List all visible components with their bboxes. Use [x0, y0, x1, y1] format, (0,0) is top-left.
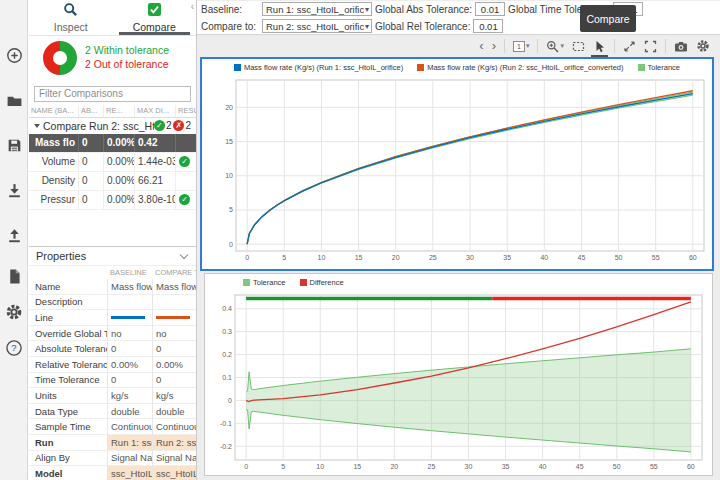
signal-row[interactable]: Density00.00%66.21✗	[29, 172, 196, 191]
filter-comparisons-input[interactable]	[34, 86, 191, 102]
baseline-select[interactable]: Run 1: ssc_HtoIL_orifice ▾	[262, 2, 372, 16]
svg-text:0: 0	[228, 397, 232, 404]
comparison-group-row[interactable]: Compare Run 2: ssc_HtoIL_orific... ✓ 2 ✗…	[29, 118, 196, 134]
baseline-label: Baseline:	[201, 4, 259, 15]
properties-column-header: BASELINE COMPARE TO	[29, 266, 196, 279]
plot-settings-gear-icon[interactable]	[696, 39, 710, 53]
fit-to-view-icon[interactable]	[572, 40, 585, 53]
svg-text:10: 10	[318, 254, 326, 261]
open-folder-button[interactable]	[0, 86, 28, 114]
baseline-select-value: Run 1: ssc_HtoIL_orifice	[266, 4, 364, 15]
svg-text:25: 25	[428, 463, 436, 470]
properties-title: Properties	[36, 250, 86, 262]
svg-text:60: 60	[689, 254, 697, 261]
property-row: Align BySignal NameSignal Name	[29, 451, 196, 467]
svg-text:30: 30	[465, 463, 473, 470]
signal-row[interactable]: Mass flo00.00%0.42✗	[29, 134, 196, 153]
save-button[interactable]	[0, 131, 28, 159]
properties-panel: Properties BASELINE COMPARE TO NameMass …	[29, 246, 196, 480]
property-row: Relative Tolerance0.00%0.00%	[29, 357, 196, 373]
difference-chart-legend: ToleranceDifference	[205, 274, 712, 291]
compare-check-icon	[147, 2, 162, 19]
svg-text:20: 20	[392, 254, 400, 261]
snapshot-camera-icon[interactable]	[674, 40, 688, 53]
svg-text:-0.2: -0.2	[220, 443, 232, 450]
signals-plot-area[interactable]: 05101520253035404550556005101520	[202, 76, 712, 265]
legend-item: Mass flow rate (Kg/s) (Run 2: ssc_HtoIL_…	[417, 63, 623, 72]
svg-text:0.4: 0.4	[222, 305, 232, 312]
legend-swatch	[300, 279, 307, 286]
svg-text:10: 10	[316, 463, 324, 470]
svg-text:40: 40	[539, 463, 547, 470]
app-icon-strip: ?	[0, 0, 28, 480]
add-button[interactable]	[0, 41, 28, 69]
plot-region: Baseline: Run 1: ssc_HtoIL_orifice ▾ Glo…	[197, 0, 720, 480]
collapse-panel-icon[interactable]: ‹	[191, 1, 194, 12]
global-rel-tolerance-input[interactable]	[473, 19, 503, 33]
subplot-layout-icon[interactable]: 1 ▾	[513, 41, 530, 52]
export-button[interactable]	[0, 221, 28, 249]
legend-item: Tolerance	[243, 278, 286, 287]
tolerance-donut-chart	[43, 41, 77, 75]
svg-text:50: 50	[615, 254, 623, 261]
svg-text:35: 35	[502, 463, 510, 470]
tab-inspect-label: Inspect	[54, 21, 88, 33]
svg-text:0: 0	[244, 463, 248, 470]
compare-to-label: Compare to:	[201, 21, 259, 32]
svg-text:15: 15	[355, 254, 363, 261]
import-button[interactable]	[0, 176, 28, 204]
global-abs-tolerance-label: Global Abs Tolerance:	[375, 4, 472, 15]
properties-rows: NameMass flow r...Mass flow r...Descript…	[29, 279, 196, 480]
comparison-table-header[interactable]: NAME (BA... AB... RE... MAX DI... RESULT	[29, 105, 196, 118]
svg-text:20: 20	[390, 463, 398, 470]
legend-item: Tolerance	[638, 63, 681, 72]
signal-row[interactable]: Pressur00.00%3.80e-10✓	[29, 191, 196, 210]
previous-view-icon[interactable]: ‹	[479, 41, 483, 51]
compare-to-select[interactable]: Run 2: ssc_HtoIL_orifice_converted ▾	[262, 19, 372, 33]
global-abs-tolerance-input[interactable]	[475, 2, 505, 16]
group-fail-count: 2	[185, 120, 191, 131]
compare-button[interactable]: Compare	[580, 5, 636, 32]
svg-text:20: 20	[225, 104, 233, 111]
compare-panel: Inspect Compare ‹ 2 Within tolerance 2 O…	[29, 0, 197, 480]
compareto-column-label: COMPARE TO	[152, 266, 196, 279]
svg-text:0.3: 0.3	[222, 328, 232, 335]
pass-icon: ✓	[179, 156, 190, 167]
property-row: Modelssc_HtoIL_...ssc_HtoIL_...	[29, 466, 196, 480]
tab-inspect[interactable]: Inspect	[29, 0, 113, 35]
col-name: NAME (BA...	[29, 105, 79, 117]
preferences-button[interactable]	[0, 298, 28, 326]
difference-plot-area[interactable]: 051015202530354045505560-0.2-0.100.10.20…	[205, 291, 712, 475]
group-pass-count: 2	[166, 120, 172, 131]
legend-swatch	[417, 64, 424, 71]
properties-header[interactable]: Properties	[29, 247, 196, 266]
difference-chart[interactable]: ToleranceDifference 05101520253035404550…	[204, 273, 713, 476]
chart-toolbar: ‹ › 1 ▾ ▾	[197, 35, 720, 57]
tab-compare[interactable]: Compare	[113, 0, 197, 35]
property-row: Description	[29, 295, 196, 311]
property-row: Sample TimeContinuousContinuous	[29, 419, 196, 435]
svg-text:5: 5	[229, 206, 233, 213]
property-row: Data Typedoubledouble	[29, 404, 196, 420]
svg-text:40: 40	[540, 254, 548, 261]
svg-text:45: 45	[576, 463, 584, 470]
svg-text:15: 15	[353, 463, 361, 470]
baseline-line-swatch	[111, 316, 145, 319]
svg-text:10: 10	[225, 172, 233, 179]
fullscreen-icon[interactable]	[644, 40, 657, 53]
col-maxdiff: MAX DI...	[135, 105, 176, 117]
next-view-icon[interactable]: ›	[492, 41, 496, 51]
create-report-button[interactable]	[0, 262, 28, 290]
svg-text:45: 45	[578, 254, 586, 261]
group-pass-icon: ✓	[154, 120, 165, 131]
pointer-tool-icon[interactable]	[593, 40, 606, 53]
tolerance-summary: 2 Within tolerance 2 Out of tolerance	[29, 36, 196, 81]
zoom-out-view-icon[interactable]	[623, 40, 636, 53]
zoom-in-icon[interactable]: ▾	[546, 40, 564, 53]
help-button[interactable]: ?	[0, 334, 28, 362]
signals-chart[interactable]: Mass flow rate (Kg/s) (Run 1: ssc_HtoIL_…	[200, 57, 714, 271]
property-row: Absolute Tolerance00	[29, 341, 196, 357]
simulation-data-inspector-window: ? Inspect Compare ‹ 2 Within tolerance	[0, 0, 720, 480]
svg-text:5: 5	[282, 254, 286, 261]
signal-row[interactable]: Volume00.00%1.44e-03✓	[29, 153, 196, 172]
